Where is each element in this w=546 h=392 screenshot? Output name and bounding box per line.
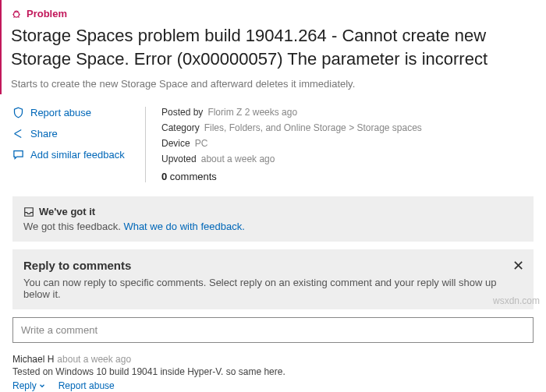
action-list: Report abuse Share Add similar feedback	[12, 107, 145, 182]
shield-icon	[12, 107, 24, 118]
add-similar-label: Add similar feedback	[30, 149, 125, 161]
comment-body: Tested on Windows 10 build 19041 inside …	[12, 366, 534, 377]
gotit-title: We've got it	[39, 206, 95, 217]
comment-item: Michael Habout a week ago Tested on Wind…	[0, 348, 546, 392]
reply-banner-text: You can now reply to specific comments. …	[23, 277, 523, 300]
device-label: Device	[161, 138, 190, 149]
feedback-subtitle: Starts to create the new Storage Space a…	[11, 78, 534, 90]
share-icon	[12, 128, 24, 139]
category-value: Files, Folders, and Online Storage > Sto…	[204, 122, 422, 133]
comment-input[interactable]: Write a comment	[12, 317, 534, 343]
comment-author: Michael H	[12, 354, 54, 365]
reply-button[interactable]: Reply	[12, 380, 46, 391]
comment-time: about a week ago	[57, 354, 131, 365]
bug-icon	[11, 9, 22, 19]
share-link[interactable]: Share	[12, 128, 145, 139]
posted-by-value: Florim Z 2 weeks ago	[207, 107, 297, 118]
watermark: wsxdn.com	[493, 295, 540, 306]
device-value: PC	[195, 138, 208, 149]
comment-plus-icon	[12, 149, 24, 161]
feedback-title: Storage Spaces problem build 19041.264 -…	[11, 24, 534, 70]
upvoted-value: about a week ago	[201, 154, 275, 164]
comment-report-abuse[interactable]: Report abuse	[58, 380, 115, 391]
reply-banner: ✕ Reply to comments You can now reply to…	[12, 249, 534, 309]
report-abuse-label: Report abuse	[30, 107, 91, 118]
chevron-down-icon	[38, 382, 46, 390]
upvoted-label: Upvoted	[161, 154, 197, 164]
add-similar-link[interactable]: Add similar feedback	[12, 149, 145, 161]
feedback-header: Problem Storage Spaces problem build 190…	[0, 0, 546, 94]
close-icon[interactable]: ✕	[512, 257, 524, 274]
gotit-link[interactable]: What we do with feedback.	[123, 221, 244, 232]
category-label: Category	[161, 122, 200, 133]
comments-count: 0 comments	[161, 171, 534, 182]
reply-banner-title: Reply to comments	[23, 259, 523, 272]
share-label: Share	[30, 128, 58, 139]
gotit-text: We got this feedback. What we do with fe…	[23, 221, 523, 232]
gotit-banner: We've got it We got this feedback. What …	[12, 196, 534, 242]
problem-tag: Problem	[11, 8, 534, 19]
problem-tag-label: Problem	[27, 8, 67, 19]
meta-row: Report abuse Share Add similar feedback …	[0, 94, 546, 189]
posted-by-label: Posted by	[161, 107, 203, 118]
report-abuse-link[interactable]: Report abuse	[12, 107, 145, 118]
meta-info: Posted byFlorim Z 2 weeks ago CategoryFi…	[145, 107, 534, 182]
inbox-icon	[23, 207, 34, 217]
